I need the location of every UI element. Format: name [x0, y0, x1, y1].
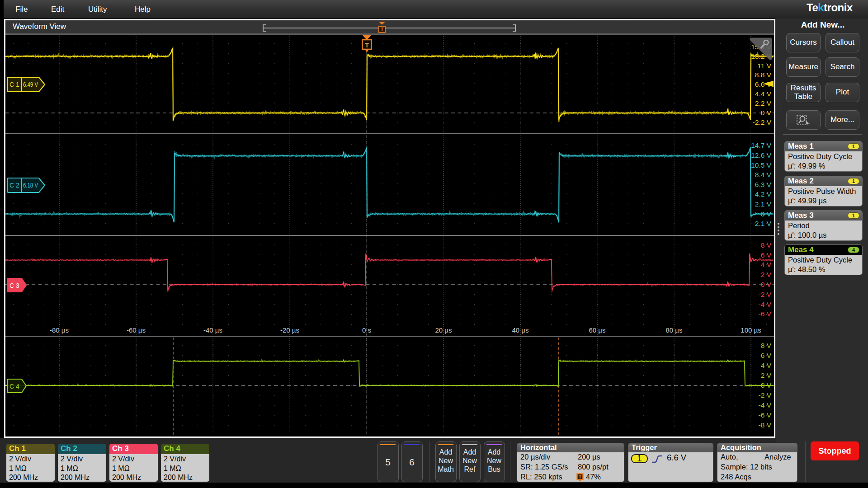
svg-text:4.4 V: 4.4 V	[755, 90, 772, 98]
svg-text:12.6 V: 12.6 V	[751, 151, 771, 159]
svg-text:60 µs: 60 µs	[589, 326, 606, 334]
svg-text:6 V: 6 V	[761, 352, 772, 359]
svg-text:4 V: 4 V	[761, 361, 772, 369]
svg-text:11 V: 11 V	[757, 62, 771, 70]
svg-text:80 µs: 80 µs	[666, 326, 683, 334]
svg-text:-60 µs: -60 µs	[127, 326, 146, 334]
svg-text:6.3 V: 6.3 V	[755, 181, 772, 188]
svg-text:6.49 V: 6.49 V	[23, 81, 38, 88]
svg-text:8.8 V: 8.8 V	[755, 71, 772, 79]
svg-text:-4 V: -4 V	[759, 300, 772, 308]
svg-text:T: T	[579, 474, 581, 479]
svg-text:8 V: 8 V	[761, 342, 772, 349]
svg-text:0 V: 0 V	[761, 210, 772, 218]
svg-text:C 4: C 4	[9, 383, 19, 390]
svg-text:T: T	[365, 41, 369, 49]
svg-text:C 2: C 2	[9, 182, 19, 189]
svg-text:-2 V: -2 V	[759, 291, 772, 298]
svg-text:0 V: 0 V	[761, 109, 772, 117]
svg-text:0 s: 0 s	[362, 326, 371, 334]
svg-text:4.2 V: 4.2 V	[755, 190, 772, 198]
svg-text:8.4 V: 8.4 V	[755, 171, 772, 178]
svg-text:2 V: 2 V	[761, 371, 772, 379]
svg-text:0 V: 0 V	[761, 281, 772, 288]
svg-text:-2.2 V: -2.2 V	[753, 118, 772, 126]
svg-text:20 µs: 20 µs	[435, 326, 452, 334]
svg-text:-4 V: -4 V	[759, 401, 772, 409]
svg-text:-2.1 V: -2.1 V	[753, 220, 772, 227]
svg-text:6 V: 6 V	[761, 251, 772, 259]
svg-text:6.18 V: 6.18 V	[23, 182, 38, 189]
svg-text:2 V: 2 V	[761, 271, 772, 278]
svg-text:-40 µs: -40 µs	[203, 326, 222, 334]
svg-text:-20 µs: -20 µs	[280, 326, 299, 334]
svg-text:40 µs: 40 µs	[512, 326, 529, 334]
svg-text:C 3: C 3	[9, 282, 19, 289]
svg-text:4 V: 4 V	[761, 261, 772, 268]
svg-text:C 1: C 1	[9, 81, 19, 88]
svg-text:2.2 V: 2.2 V	[755, 99, 772, 107]
svg-text:0 V: 0 V	[761, 381, 772, 389]
svg-text:100 µs: 100 µs	[741, 326, 761, 334]
svg-text:-2 V: -2 V	[759, 391, 772, 399]
svg-text:-8 V: -8 V	[759, 421, 772, 429]
svg-text:-6 V: -6 V	[759, 310, 772, 318]
svg-text:8 V: 8 V	[761, 241, 772, 249]
svg-text:-80 µs: -80 µs	[50, 326, 69, 334]
svg-text:T: T	[381, 27, 384, 32]
svg-text:-6 V: -6 V	[759, 411, 772, 419]
svg-text:2.1 V: 2.1 V	[755, 200, 772, 208]
svg-text:14.7 V: 14.7 V	[751, 141, 771, 149]
svg-text:10.5 V: 10.5 V	[751, 161, 771, 169]
